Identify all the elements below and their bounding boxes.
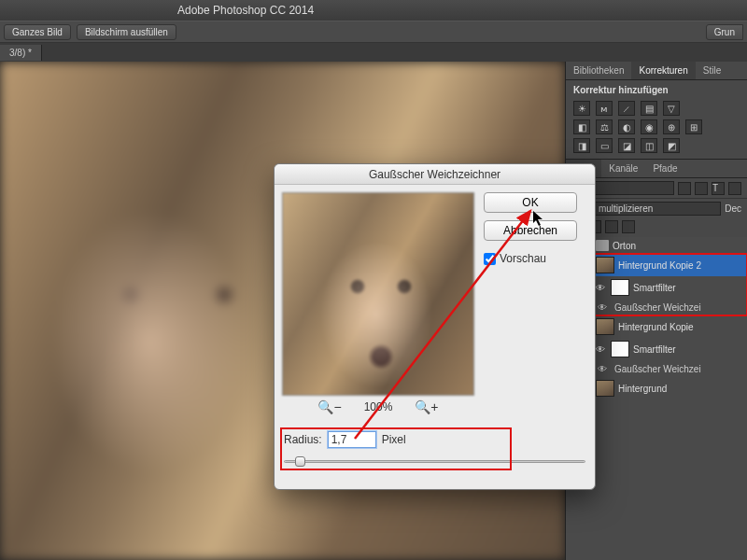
adjustments-tabs: Bibliotheken Korrekturen Stile: [566, 62, 747, 80]
filter-shape-icon[interactable]: [728, 182, 741, 195]
invert-icon[interactable]: ◨: [573, 138, 590, 153]
brightness-icon[interactable]: ☀: [573, 101, 590, 116]
adjustment-row-3: ◨ ▭ ◪ ◫ ◩: [566, 136, 747, 155]
eye-icon[interactable]: 👁: [598, 302, 611, 313]
selective-icon[interactable]: ◩: [663, 138, 680, 153]
filter-label: Gaußscher Weichzei: [614, 364, 701, 374]
photo-filter-icon[interactable]: ◉: [641, 119, 657, 134]
add-adjustment-header: Korrektur hinzufügen: [566, 80, 747, 99]
filter-image-icon[interactable]: [678, 182, 691, 195]
zoom-in-icon[interactable]: 🔍+: [415, 399, 438, 414]
cancel-button[interactable]: Abbrechen: [484, 220, 577, 241]
layer-thumb: [596, 257, 614, 273]
layer-label: Hintergrund: [618, 384, 667, 394]
radius-slider[interactable]: [284, 455, 585, 469]
options-bar: Ganzes Bild Bildschirm ausfüllen Grun: [0, 21, 747, 43]
zoom-out-icon[interactable]: 🔍−: [317, 399, 341, 414]
preview-checkbox-row[interactable]: Vorschau: [484, 252, 577, 265]
eye-icon[interactable]: 👁: [598, 364, 611, 374]
layer-thumb: [596, 380, 614, 397]
document-tab[interactable]: 3/8) *: [0, 45, 42, 61]
tab-kanale[interactable]: Kanäle: [601, 160, 645, 177]
filter-label: Gaußscher Weichzei: [614, 302, 701, 313]
tab-korrekturen[interactable]: Korrekturen: [631, 62, 695, 79]
gradient-map-icon[interactable]: ◫: [641, 138, 657, 153]
dialog-title: Gaußscher Weichzeichner: [275, 164, 595, 185]
tab-stile[interactable]: Stile: [696, 62, 728, 79]
mixer-icon[interactable]: ⊕: [663, 119, 680, 134]
opacity-label: Dec: [725, 203, 741, 214]
filter-mask-thumb: [611, 279, 629, 296]
app-titlebar: Adobe Photoshop CC 2014: [0, 0, 747, 21]
preview-checkbox[interactable]: [484, 253, 496, 265]
balance-icon[interactable]: ⚖: [596, 119, 613, 134]
eye-icon[interactable]: 👁: [594, 283, 607, 293]
fill-screen-button[interactable]: Bildschirm ausfüllen: [77, 24, 176, 40]
layer-label: Hintergrund Kopie: [618, 322, 694, 332]
preview-label: Vorschau: [500, 252, 546, 265]
radius-row: Radius: Pixel: [275, 426, 595, 454]
dialog-preview[interactable]: [282, 192, 474, 396]
document-tabs: 3/8) *: [0, 43, 747, 62]
hue-icon[interactable]: ◧: [573, 119, 590, 134]
radius-unit: Pixel: [382, 433, 406, 446]
right-toolbar-button[interactable]: Grun: [706, 24, 743, 40]
filter-adj-icon[interactable]: [695, 182, 708, 195]
adjustment-row-1: ☀ ᴍ ⟋ ▤ ▽: [566, 99, 747, 118]
radius-input[interactable]: [328, 431, 376, 448]
eye-icon[interactable]: 👁: [594, 344, 607, 355]
smartfilter-label: Smartfilter: [633, 344, 676, 355]
lookup-icon[interactable]: ⊞: [685, 119, 702, 134]
layer-thumb: [596, 318, 614, 335]
ok-button[interactable]: OK: [484, 192, 577, 213]
radius-label: Radius:: [284, 433, 322, 446]
layer-label: Hintergrund Kopie 2: [618, 260, 701, 271]
tab-bibliotheken[interactable]: Bibliotheken: [566, 62, 631, 79]
vibrance-icon[interactable]: ▽: [663, 101, 680, 116]
posterize-icon[interactable]: ▭: [596, 138, 613, 153]
zoom-row: 🔍− 100% 🔍+: [282, 396, 474, 418]
group-label: Orton: [613, 241, 636, 251]
threshold-icon[interactable]: ◪: [618, 138, 635, 153]
filter-mask-thumb: [611, 341, 629, 357]
exposure-icon[interactable]: ▤: [641, 101, 657, 116]
adjustment-row-2: ◧ ⚖ ◐ ◉ ⊕ ⊞: [566, 118, 747, 136]
levels-icon[interactable]: ᴍ: [596, 101, 613, 116]
slider-knob[interactable]: [295, 456, 305, 467]
lock-all-icon[interactable]: [622, 220, 635, 233]
lock-pos-icon[interactable]: [605, 220, 618, 233]
smartfilter-label: Smartfilter: [633, 283, 676, 293]
bw-icon[interactable]: ◐: [618, 119, 635, 134]
filter-text-icon[interactable]: T: [712, 182, 725, 195]
slider-track: [284, 460, 585, 463]
curves-icon[interactable]: ⟋: [618, 101, 635, 116]
folder-icon: [596, 240, 609, 251]
tab-pfade[interactable]: Pfade: [645, 160, 684, 177]
zoom-value: 100%: [364, 400, 393, 413]
gaussian-blur-dialog: Gaußscher Weichzeichner 🔍− 100% 🔍+ OK Ab…: [274, 163, 596, 490]
app-title: Adobe Photoshop CC 2014: [177, 4, 314, 17]
fit-screen-button[interactable]: Ganzes Bild: [4, 24, 71, 40]
